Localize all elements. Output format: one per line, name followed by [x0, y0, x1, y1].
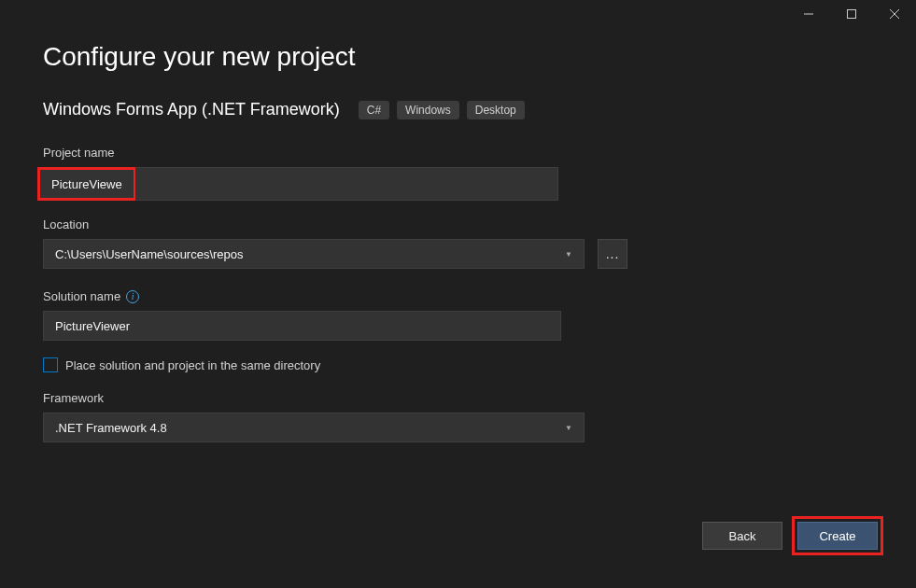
location-group: Location C:\Users\UserName\sources\repos… [43, 217, 873, 269]
solution-name-input[interactable] [43, 311, 561, 341]
window-controls [787, 0, 916, 28]
tag-csharp: C# [359, 101, 389, 119]
same-directory-checkbox[interactable] [43, 357, 58, 372]
project-name-input[interactable] [40, 170, 134, 198]
dialog-content: Configure your new project Windows Forms… [0, 0, 916, 442]
project-name-label: Project name [43, 146, 873, 160]
minimize-button[interactable] [787, 0, 830, 28]
same-directory-label: Place solution and project in the same d… [65, 358, 320, 372]
project-type-row: Windows Forms App (.NET Framework) C# Wi… [43, 100, 873, 119]
project-name-group: Project name [43, 146, 873, 201]
project-type-name: Windows Forms App (.NET Framework) [43, 100, 340, 119]
project-type-tags: C# Windows Desktop [359, 101, 525, 119]
framework-value: .NET Framework 4.8 [55, 421, 167, 435]
page-title: Configure your new project [43, 42, 873, 72]
project-name-highlight [37, 167, 136, 201]
chevron-down-icon: ▼ [565, 250, 572, 259]
location-dropdown[interactable]: C:\Users\UserName\sources\repos ▼ [43, 239, 585, 269]
maximize-button[interactable] [830, 0, 873, 28]
create-button[interactable]: Create [797, 522, 878, 550]
framework-dropdown[interactable]: .NET Framework 4.8 ▼ [43, 413, 585, 442]
tag-desktop: Desktop [467, 101, 525, 119]
svg-rect-1 [848, 10, 856, 19]
solution-name-label-text: Solution name [43, 289, 120, 303]
solution-name-group: Solution name i [43, 289, 873, 341]
chevron-down-icon: ▼ [565, 424, 572, 432]
info-icon[interactable]: i [126, 290, 139, 303]
framework-group: Framework .NET Framework 4.8 ▼ [43, 391, 873, 442]
location-value: C:\Users\UserName\sources\repos [55, 247, 244, 261]
create-button-highlight: Create [792, 516, 883, 555]
back-button[interactable]: Back [702, 522, 782, 550]
dialog-footer: Back Create [702, 516, 883, 555]
project-name-input-extent[interactable] [135, 167, 558, 201]
framework-label: Framework [43, 391, 873, 405]
solution-name-label: Solution name i [43, 289, 873, 303]
close-button[interactable] [873, 0, 916, 28]
browse-button[interactable]: ... [598, 239, 627, 269]
same-directory-row: Place solution and project in the same d… [43, 357, 873, 372]
location-label: Location [43, 217, 873, 231]
tag-windows: Windows [397, 101, 459, 119]
